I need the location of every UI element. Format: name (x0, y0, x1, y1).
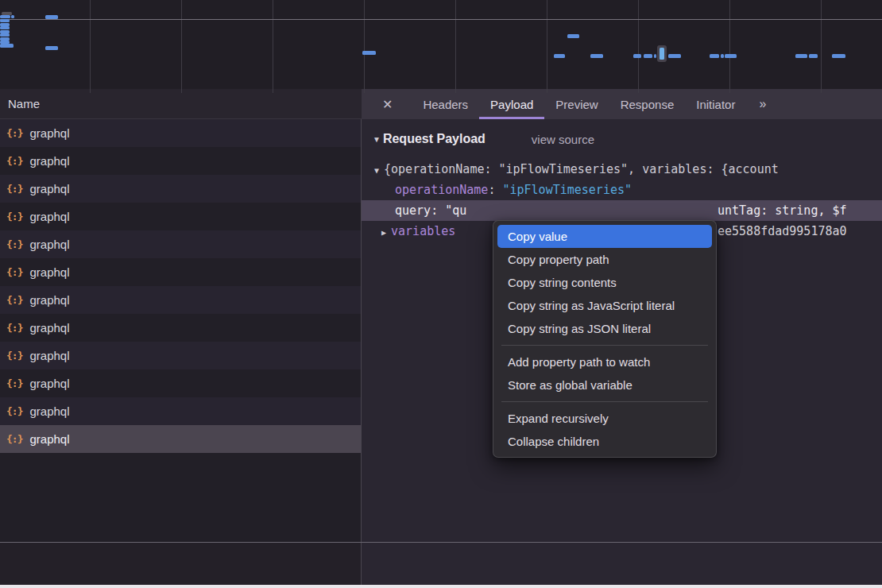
overview-gridline-stub (273, 89, 273, 93)
overview-request-bar (633, 54, 641, 58)
request-row[interactable]: {:}graphql (0, 342, 361, 369)
overview-request-bar (0, 15, 10, 18)
request-row[interactable]: {:}graphql (0, 314, 361, 342)
overview-gridline-stub (90, 89, 91, 93)
request-row[interactable]: {:}graphql (0, 230, 361, 258)
menu-item-collapse-children[interactable]: Collapse children (497, 430, 712, 453)
menu-item-store-as-global-variable[interactable]: Store as global variable (497, 373, 712, 397)
overview-gridline-stub (638, 89, 639, 93)
context-menu: Copy valueCopy property pathCopy string … (493, 220, 717, 458)
property-key: variables (391, 224, 455, 238)
overview-gridline-stub (181, 89, 182, 93)
overview-gridline (821, 0, 822, 89)
overview-request-bar (45, 46, 58, 50)
tab-initiator[interactable]: Initiator (685, 89, 746, 119)
view-source-link[interactable]: view source (532, 133, 594, 146)
overview-request-bar (832, 54, 845, 58)
page-bottom-strip (0, 585, 882, 588)
details-tab-bar: ✕ HeadersPayloadPreviewResponseInitiator… (362, 89, 882, 119)
section-title: Request Payload (383, 132, 485, 146)
overview-baseline (0, 19, 882, 20)
menu-item-copy-string-contents[interactable]: Copy string contents (497, 271, 712, 294)
overview-request-bar (0, 19, 10, 22)
overview-request-bar (590, 54, 603, 58)
request-name: graphql (29, 182, 69, 195)
request-name: graphql (29, 321, 69, 335)
collapse-triangle-icon: ▼ (373, 135, 381, 144)
overview-gridline (364, 0, 365, 89)
json-braces-icon: {:} (6, 266, 22, 278)
json-braces-icon: {:} (6, 433, 22, 445)
overview-request-bar (11, 15, 14, 18)
request-name: graphql (29, 238, 69, 251)
request-name: graphql (29, 349, 69, 362)
query-row-selected[interactable]: query: "qu untTag: string, $f (362, 200, 882, 221)
overview-gridline (729, 0, 730, 89)
overview-request-bar (554, 54, 565, 58)
request-row[interactable]: {:}graphql (0, 175, 361, 203)
name-column-header[interactable]: Name (0, 89, 362, 119)
overview-gridline (638, 0, 639, 89)
request-name: graphql (29, 432, 69, 446)
request-row[interactable]: {:}graphql (0, 258, 361, 286)
request-name: graphql (29, 265, 69, 279)
request-row[interactable]: {:}graphql (0, 119, 361, 147)
menu-separator (501, 345, 708, 346)
collapse-triangle-icon: ▼ (374, 166, 379, 175)
overview-request-bar (0, 33, 10, 37)
overview-request-bar (654, 54, 656, 58)
request-row[interactable]: {:}graphql (0, 425, 361, 453)
overview-gridline-stub (821, 89, 822, 93)
overview-request-bar (721, 54, 724, 58)
json-braces-icon: {:} (6, 211, 22, 222)
tab-preview[interactable]: Preview (544, 89, 609, 119)
request-row[interactable]: {:}graphql (0, 286, 361, 314)
tab-headers[interactable]: Headers (412, 89, 479, 119)
close-icon[interactable]: ✕ (373, 89, 402, 119)
request-row[interactable]: {:}graphql (0, 369, 361, 397)
request-name: graphql (29, 404, 69, 418)
overview-request-bar (0, 26, 10, 29)
request-name: graphql (29, 293, 69, 307)
network-overview-timeline[interactable] (0, 0, 882, 89)
payload-root-row[interactable]: ▼{operationName: "ipFlowTimeseries", var… (362, 159, 882, 180)
request-row[interactable]: {:}graphql (0, 147, 361, 175)
overview-gridline-stub (455, 89, 456, 93)
overview-request-bar (725, 54, 737, 58)
overview-request-bar (809, 54, 818, 58)
query-fragment-left: query: "qu (395, 203, 466, 218)
more-tabs-icon[interactable]: » (751, 89, 772, 119)
variables-fragment-right: ee5588fdad995178a0 (718, 221, 847, 242)
json-braces-icon: {:} (6, 322, 22, 334)
overview-gridline-stub (547, 89, 547, 93)
menu-item-copy-string-as-javascript-literal[interactable]: Copy string as JavaScript literal (497, 294, 712, 317)
menu-item-copy-string-as-json-literal[interactable]: Copy string as JSON literal (497, 317, 712, 340)
property-key: operationName (395, 183, 488, 197)
overview-request-bar (362, 51, 376, 55)
property-value: "ipFlowTimeseries" (502, 183, 632, 197)
json-braces-icon: {:} (6, 238, 22, 250)
request-row[interactable]: {:}graphql (0, 397, 361, 425)
operation-name-row[interactable]: operationName: "ipFlowTimeseries" (362, 180, 882, 200)
request-list-footer (0, 543, 362, 585)
menu-item-expand-recursively[interactable]: Expand recursively (497, 407, 712, 430)
request-name: graphql (29, 126, 69, 140)
request-row[interactable]: {:}graphql (0, 203, 361, 230)
overview-gridline (181, 0, 182, 89)
request-name: graphql (29, 210, 69, 223)
overview-gridline (455, 0, 456, 89)
menu-item-copy-value[interactable]: Copy value (497, 225, 712, 248)
tab-response[interactable]: Response (609, 89, 686, 119)
overview-request-bar (710, 54, 719, 58)
request-payload-section-header[interactable]: ▼ Request Payload view source (373, 132, 594, 146)
json-braces-icon: {:} (6, 294, 22, 306)
tab-payload[interactable]: Payload (479, 89, 544, 119)
menu-item-add-property-path-to-watch[interactable]: Add property path to watch (497, 350, 712, 373)
menu-item-copy-property-path[interactable]: Copy property path (497, 248, 712, 271)
overview-gridline (547, 0, 547, 89)
devtools-network-panel: Name ✕ HeadersPayloadPreviewResponseInit… (0, 0, 882, 588)
overview-gridline (273, 0, 273, 89)
json-braces-icon: {:} (6, 405, 22, 417)
json-braces-icon: {:} (6, 377, 22, 389)
json-braces-icon: {:} (6, 155, 22, 167)
